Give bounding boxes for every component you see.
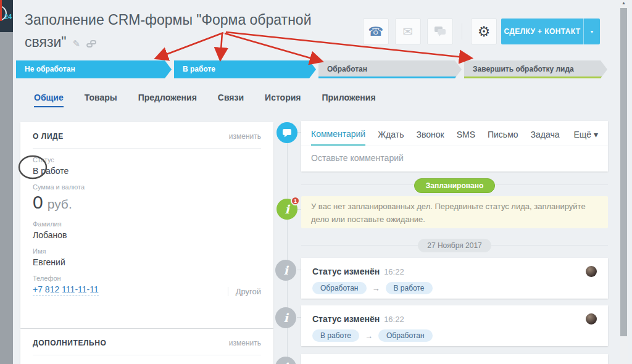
field-sum: Сумма и валюта 0руб. xyxy=(20,176,273,213)
gear-icon: ⚙ xyxy=(478,23,491,40)
date-separator: 27 Ноября 2017 xyxy=(418,239,491,252)
header-divider xyxy=(462,23,462,39)
history-node-icon: i xyxy=(275,357,296,364)
left-sidebar-rail: 24 xyxy=(0,0,13,364)
lead-edit-link[interactable]: изменить xyxy=(229,132,261,141)
extra-info-card: ДОПОЛНИТЕЛЬНО изменить Источник xyxy=(20,329,273,364)
chevron-down-icon[interactable]: ▼ xyxy=(583,19,600,44)
timeline-tick xyxy=(297,317,301,318)
activity-tab-call[interactable]: Звонок xyxy=(416,130,444,145)
lead-status-pipeline: Не обработан В работе Обработан Завершит… xyxy=(16,60,607,78)
planned-badge-wrap: Запланировано xyxy=(301,178,608,193)
header-actions: ☎ ✉ ⚙ xyxy=(363,19,497,44)
chat-button[interactable] xyxy=(427,19,453,44)
deal-contact-button[interactable]: СДЕЛКУ + КОНТАКТ ▼ xyxy=(501,19,600,44)
logo-24-label: 24 xyxy=(4,13,12,20)
history-node-icon: i xyxy=(275,260,296,281)
activity-tabs: Комментарий Ждать Звонок SMS Письмо Зада… xyxy=(301,121,608,146)
scrollbar[interactable]: ▲ xyxy=(620,0,628,364)
email-button[interactable]: ✉ xyxy=(395,19,421,44)
avatar[interactable] xyxy=(586,313,597,325)
stage-in-progress[interactable]: В работе xyxy=(174,60,316,78)
history-node-icon: i xyxy=(275,307,296,328)
tab-history[interactable]: История xyxy=(265,93,301,107)
status-pill-to: Обработан xyxy=(378,329,433,342)
lead-card-title: О ЛИДЕ xyxy=(33,132,64,141)
field-phone: Телефон +7 812 111-11-11 Другой xyxy=(20,267,273,296)
page-title-line1: Заполнение CRM-формы "Форма обратной xyxy=(25,9,358,31)
timeline-item-title: Статус изменён xyxy=(312,267,380,276)
timeline-tick xyxy=(297,270,301,270)
info-icon: i xyxy=(285,202,289,216)
no-planned-warning: У вас нет запланированных дел. Передвинь… xyxy=(301,196,608,228)
phone-number-link[interactable]: +7 812 111-11-11 xyxy=(33,284,99,296)
warning-node-icon: i 1 xyxy=(276,199,297,220)
extra-card-title: ДОПОЛНИТЕЛЬНО xyxy=(33,339,106,347)
notification-count-badge: 1 xyxy=(291,196,300,205)
field-lastname: Фамилия Лобанов xyxy=(20,213,273,240)
comment-node-icon xyxy=(276,122,297,143)
timeline-stem xyxy=(287,131,288,364)
activity-tab-mail[interactable]: Письмо xyxy=(488,130,518,145)
avatar[interactable] xyxy=(586,266,597,277)
copy-link-icon[interactable] xyxy=(86,39,96,48)
arrow-right-icon: → xyxy=(372,284,380,293)
phone-icon: ☎ xyxy=(368,24,384,39)
stage-underline-green xyxy=(464,77,607,78)
arrow-right-icon: → xyxy=(365,331,373,341)
mail-icon: ✉ xyxy=(403,24,414,39)
bitrix24-logo[interactable]: 24 xyxy=(0,0,13,32)
chat-icon xyxy=(434,26,446,37)
comment-input[interactable] xyxy=(301,146,608,170)
stage-finish-lead[interactable]: Завершить обработку лида xyxy=(464,60,607,78)
speech-bubble-icon xyxy=(282,128,292,138)
activity-tab-wait[interactable]: Ждать xyxy=(378,130,404,145)
page-title: Заполнение CRM-формы "Форма обратной свя… xyxy=(25,9,358,55)
activity-tab-task[interactable]: Задача xyxy=(531,130,560,145)
date-separator-wrap: 27 Ноября 2017 xyxy=(301,239,608,252)
settings-button[interactable]: ⚙ xyxy=(471,19,497,44)
page-title-line2: связи"✎ xyxy=(25,31,358,55)
deal-contact-label: СДЕЛКУ + КОНТАКТ xyxy=(501,19,583,44)
tab-offers[interactable]: Предложения xyxy=(138,93,197,107)
lead-info-card: О ЛИДЕ изменить Статус В работе Сумма и … xyxy=(20,122,273,328)
timeline-item-status-change-2[interactable]: Статус изменён 16:22 В работе → Обработа… xyxy=(301,305,608,346)
sum-currency: руб. xyxy=(48,197,72,211)
call-button[interactable]: ☎ xyxy=(363,19,389,44)
extra-edit-link[interactable]: изменить xyxy=(229,339,261,347)
planned-badge[interactable]: Запланировано xyxy=(414,178,496,193)
field-source: Источник xyxy=(20,355,273,364)
timeline-tick xyxy=(297,132,301,133)
activity-card: Комментарий Ждать Звонок SMS Письмо Зада… xyxy=(301,121,608,172)
activity-tab-sms[interactable]: SMS xyxy=(457,130,475,145)
field-status: Статус В работе xyxy=(20,149,273,176)
stage-underline-blue xyxy=(318,77,462,78)
timeline-item-time: 16:22 xyxy=(384,315,404,324)
tab-products[interactable]: Товары xyxy=(85,93,117,107)
timeline-item-partial[interactable] xyxy=(301,354,608,364)
status-pill-from: В работе xyxy=(312,329,359,342)
scroll-up-icon[interactable]: ▲ xyxy=(620,1,628,5)
timeline-tick xyxy=(297,209,301,210)
activity-more-dropdown[interactable]: Ещё ▾ xyxy=(573,130,598,145)
field-firstname: Имя Евгений xyxy=(20,240,273,267)
chevron-down-icon: ▾ xyxy=(594,130,598,139)
activity-tab-comment[interactable]: Комментарий xyxy=(311,129,365,146)
timeline-item-status-change-1[interactable]: Статус изменён 16:22 Обработан → В работ… xyxy=(301,258,608,299)
stage-processed[interactable]: Обработан xyxy=(318,60,462,78)
stage-not-processed[interactable]: Не обработан xyxy=(16,60,172,78)
sum-value: 0 xyxy=(33,192,43,212)
timeline-item-title: Статус изменён xyxy=(312,314,380,324)
main-tabs: Общие Товары Предложения Связи История П… xyxy=(34,93,376,107)
status-pill-from: Обработан xyxy=(312,282,367,294)
tab-general[interactable]: Общие xyxy=(34,93,64,107)
tab-links[interactable]: Связи xyxy=(218,93,244,107)
red-edge-mark xyxy=(0,0,2,21)
timeline-item-time: 16:22 xyxy=(384,267,404,276)
status-pill-to: В работе xyxy=(386,282,433,294)
scrollbar-thumb[interactable] xyxy=(620,8,627,336)
tab-apps[interactable]: Приложения xyxy=(322,93,376,107)
edit-title-icon[interactable]: ✎ xyxy=(72,33,80,55)
phone-other-button[interactable]: Другой xyxy=(228,287,261,296)
